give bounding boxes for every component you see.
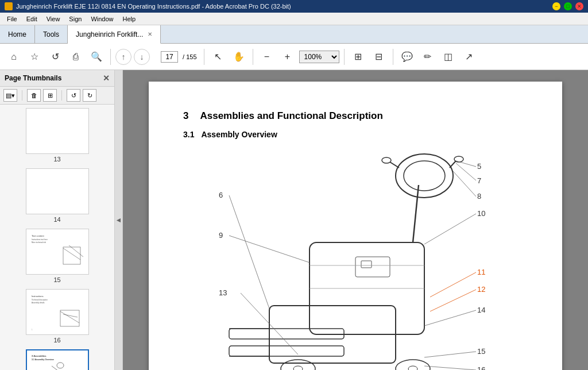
section-title: Assemblies and Functional Description	[200, 110, 382, 122]
pdf-page: 3 Assemblies and Functional Description …	[149, 82, 562, 370]
maximize-button[interactable]: □	[564, 2, 572, 10]
refresh-button[interactable]: ↺	[46, 48, 64, 66]
rotate-left-button[interactable]: ↺	[67, 89, 80, 102]
svg-line-49	[229, 195, 269, 309]
share-button[interactable]: ↗	[460, 48, 478, 66]
sb-sep-2	[61, 90, 62, 101]
svg-rect-0	[29, 110, 86, 152]
cursor-tool-button[interactable]: ↖	[209, 48, 227, 66]
toolbar: ⌂ ☆ ↺ ⎙ 🔍 ↑ ↓ 17 / 155 ↖ ✋ − + 50% 75% 1…	[0, 44, 588, 70]
thumbnail-15[interactable]: Text content Instructions text here More…	[0, 229, 114, 283]
section-heading: 3 Assemblies and Functional Description	[183, 110, 528, 122]
search-button[interactable]: 🔍	[87, 48, 106, 66]
svg-text:8: 8	[477, 192, 481, 201]
menu-window[interactable]: Window	[86, 14, 118, 24]
svg-text:10: 10	[477, 209, 485, 218]
home-button[interactable]: ⌂	[5, 48, 23, 66]
tab-home-label: Home	[8, 30, 26, 38]
menu-help[interactable]: Help	[118, 14, 141, 24]
svg-text:16: 16	[477, 365, 485, 370]
tab-tools[interactable]: Tools	[35, 25, 68, 43]
svg-rect-42	[355, 257, 390, 277]
menu-file[interactable]: File	[2, 14, 22, 24]
rotate-right-button[interactable]: ↻	[83, 89, 96, 102]
svg-text:14: 14	[477, 306, 485, 314]
eraser-button[interactable]: ◫	[439, 48, 458, 66]
next-page-button[interactable]: ↓	[134, 49, 150, 65]
thumbnail-img-13	[26, 108, 89, 154]
svg-line-54	[430, 272, 476, 297]
svg-line-59	[424, 366, 476, 370]
menu-sign[interactable]: Sign	[64, 14, 86, 24]
diagram-area: 5 6 7 8 9 10 11 12 13 14 15 16 17	[183, 151, 528, 370]
sidebar-close-button[interactable]: ✕	[103, 74, 110, 83]
thumbnail-label-15: 15	[53, 276, 60, 283]
tab-tools-label: Tools	[43, 30, 59, 38]
svg-text:3 Assemblies: 3 Assemblies	[32, 354, 47, 357]
zoom-out-button[interactable]: −	[258, 48, 276, 66]
svg-text:Instructions: Instructions	[32, 295, 43, 298]
svg-point-33	[293, 366, 303, 370]
hand-tool-button[interactable]: ✋	[230, 48, 248, 66]
thumbnail-17[interactable]: 3 Assemblies 3.1 Assembly Overview	[0, 349, 114, 370]
fit-width-button[interactable]: ⊟	[370, 48, 388, 66]
menu-view[interactable]: View	[42, 14, 65, 24]
main-area: Page Thumbnails ✕ ▤▾ 🗑 ⊞ ↺ ↻ 13	[0, 70, 588, 370]
page-thumbnails[interactable]: 13 14 Text content Instructions text her	[0, 105, 114, 370]
svg-text:6: 6	[219, 191, 223, 199]
tab-close-icon[interactable]: ✕	[148, 31, 152, 37]
thumbnail-16[interactable]: Instructions Technical description Assem…	[0, 289, 114, 344]
app-icon	[5, 2, 13, 10]
zoom-in-button[interactable]: +	[278, 48, 297, 66]
pdf-area[interactable]: 3 Assemblies and Functional Description …	[123, 70, 588, 370]
comment-button[interactable]: 💬	[398, 48, 416, 66]
thumbnail-view-dropdown[interactable]: ▤▾	[3, 89, 17, 102]
svg-text:9: 9	[219, 231, 223, 240]
sidebar-title: Page Thumbnails	[5, 74, 61, 82]
svg-text:13: 13	[219, 288, 227, 297]
svg-line-35	[413, 185, 419, 242]
sb-sep-1	[22, 90, 22, 101]
close-button[interactable]: ✕	[575, 2, 583, 10]
prev-page-button[interactable]: ↑	[115, 49, 131, 65]
svg-text:3.1 Assembly Overview: 3.1 Assembly Overview	[32, 359, 54, 361]
window-title: Jungheinrich Forklift EJE 112i 0814 EN O…	[16, 3, 291, 10]
thumbnail-13[interactable]: 13	[0, 108, 114, 163]
delete-page-button[interactable]: 🗑	[27, 89, 41, 102]
svg-rect-28	[229, 346, 344, 356]
sidebar-header: Page Thumbnails ✕	[0, 70, 114, 87]
thumbnail-img-15: Text content Instructions text here More…	[26, 229, 89, 275]
svg-point-34	[408, 366, 417, 370]
svg-point-32	[396, 360, 430, 370]
thumbnail-14[interactable]: 14	[0, 168, 114, 223]
svg-line-39	[450, 161, 456, 168]
svg-text:12: 12	[477, 285, 485, 294]
page-number-input[interactable]: 17	[161, 51, 178, 63]
svg-line-57	[424, 310, 476, 326]
fit-page-button[interactable]: ⊞	[349, 48, 368, 66]
sidebar: Page Thumbnails ✕ ▤▾ 🗑 ⊞ ↺ ↻ 13	[0, 70, 115, 370]
separator-3	[253, 49, 253, 65]
svg-line-51	[453, 171, 476, 196]
svg-line-52	[229, 236, 310, 263]
sidebar-collapse-handle[interactable]: ◄	[115, 70, 123, 370]
separator-5	[393, 49, 393, 65]
print-button[interactable]: ⎙	[67, 48, 85, 66]
tab-document[interactable]: Jungheinrich Forklift... ✕	[68, 25, 161, 44]
subsection-heading: 3.1 Assembly Overview	[183, 130, 528, 139]
svg-text:Assembly details: Assembly details	[32, 302, 45, 304]
tab-home[interactable]: Home	[0, 25, 35, 43]
window-controls: − □ ✕	[552, 2, 583, 10]
menu-edit[interactable]: Edit	[22, 14, 42, 24]
bookmark-button[interactable]: ☆	[25, 48, 44, 66]
svg-text:15: 15	[477, 347, 485, 356]
svg-line-58	[424, 352, 476, 357]
minimize-button[interactable]: −	[552, 2, 560, 10]
pen-button[interactable]: ✏	[419, 48, 437, 66]
insert-page-button[interactable]: ⊞	[43, 89, 57, 102]
tab-document-label: Jungheinrich Forklift...	[76, 30, 143, 38]
svg-line-55	[430, 290, 476, 311]
thumbnail-img-16: Instructions Technical description Assem…	[26, 289, 89, 335]
zoom-select[interactable]: 50% 75% 100% 125% 150% 200%	[299, 51, 339, 63]
separator-2	[204, 49, 204, 65]
